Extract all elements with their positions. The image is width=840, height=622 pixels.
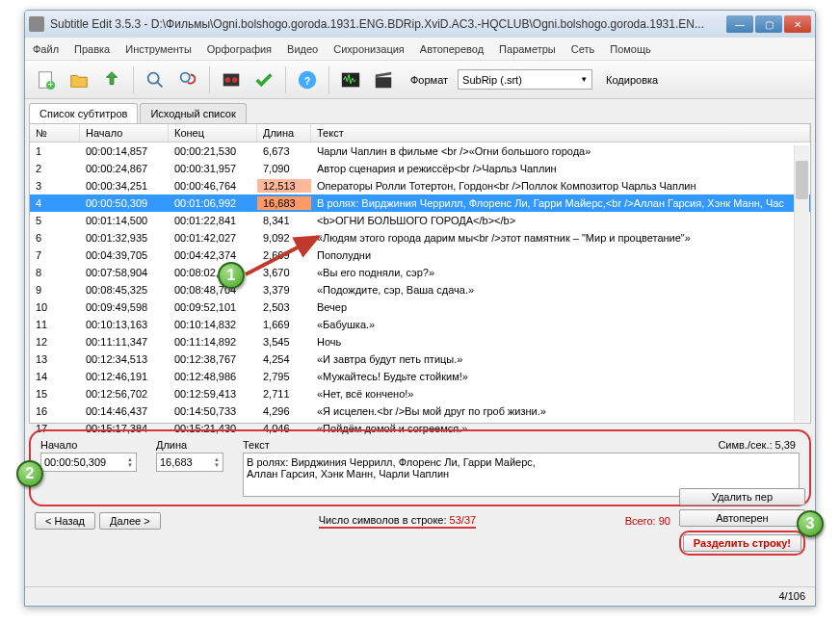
menu-net[interactable]: Сеть xyxy=(571,43,594,55)
table-row[interactable]: 200:00:24,86700:00:31,9577,090Автор сцен… xyxy=(30,160,810,177)
scroll-thumb[interactable] xyxy=(796,161,808,199)
annotation-2: 2 xyxy=(16,460,43,487)
start-input[interactable]: 00:00:50,309▲▼ xyxy=(40,453,137,472)
tab-subtitle-list[interactable]: Список субтитров xyxy=(29,103,138,123)
split-button[interactable]: Разделить строку! xyxy=(683,534,801,552)
open-icon[interactable] xyxy=(66,66,92,93)
svg-rect-11 xyxy=(342,72,359,87)
format-label: Формат xyxy=(410,74,448,86)
col-text[interactable]: Текст xyxy=(311,124,810,142)
table-row[interactable]: 400:00:50,30900:01:06,99216,683В ролях: … xyxy=(30,194,810,212)
waveform-icon[interactable] xyxy=(337,66,364,93)
cps-label: Симв./сек.: 5,39 xyxy=(718,439,796,451)
svg-line-13 xyxy=(246,237,318,274)
split-frame: Разделить строку! xyxy=(679,531,805,556)
annotation-3: 3 xyxy=(797,510,824,537)
subtitle-grid[interactable]: № Начало Конец Длина Текст 100:00:14,857… xyxy=(29,123,811,424)
table-row[interactable]: 300:00:34,25100:00:46,76412,513Операторы… xyxy=(30,177,810,194)
help-icon[interactable]: ? xyxy=(294,66,321,93)
menu-spell[interactable]: Орфография xyxy=(207,43,272,55)
titlebar: Subtitle Edit 3.5.3 - D:\Фильмы\Ogni.bol… xyxy=(25,11,815,38)
new-icon[interactable]: + xyxy=(33,66,60,93)
svg-line-4 xyxy=(157,81,163,87)
menu-tools[interactable]: Инструменты xyxy=(125,43,192,55)
svg-text:?: ? xyxy=(304,75,310,86)
back-button[interactable]: < Назад xyxy=(35,512,95,530)
table-row[interactable]: 1500:12:56,70200:12:59,4132,711«Нет, всё… xyxy=(30,385,810,402)
table-row[interactable]: 900:08:45,32500:08:48,7043,379«Подождите… xyxy=(30,281,810,298)
menu-sync[interactable]: Сихронизация xyxy=(333,43,405,55)
toolbar: + ? Формат SubRip (.srt)▼ Кодировка xyxy=(25,61,815,99)
next-button[interactable]: Далее > xyxy=(99,512,161,530)
dur-label: Длина xyxy=(156,439,223,451)
autobreak-button[interactable]: Автоперен xyxy=(679,509,805,527)
svg-rect-12 xyxy=(376,77,392,88)
char-count: Число символов в строке: 53/37 xyxy=(319,514,476,529)
dur-input[interactable]: 16,683▲▼ xyxy=(156,453,223,472)
col-start[interactable]: Начало xyxy=(80,124,169,142)
grid-header: № Начало Конец Длина Текст xyxy=(30,124,810,143)
check-icon[interactable] xyxy=(250,66,277,93)
table-row[interactable]: 1300:12:34,51300:12:38,7674,254«И завтра… xyxy=(30,350,810,368)
close-button[interactable]: ✕ xyxy=(784,15,811,33)
col-num[interactable]: № xyxy=(30,124,80,142)
minimize-button[interactable]: — xyxy=(726,15,753,33)
maximize-button[interactable]: ▢ xyxy=(755,15,782,33)
table-row[interactable]: 1400:12:46,19100:12:48,9862,795«Мужайтес… xyxy=(30,368,810,385)
start-label: Начало xyxy=(40,439,137,451)
table-row[interactable]: 700:04:39,70500:04:42,3742,669Пополудни xyxy=(30,246,810,264)
statusbar: 4/106 xyxy=(25,586,815,606)
col-dur[interactable]: Длина xyxy=(257,124,311,142)
table-row[interactable]: 100:00:14,85700:00:21,5306,673Чарли Чапл… xyxy=(30,143,810,160)
encoding-label: Кодировка xyxy=(606,74,658,86)
svg-point-8 xyxy=(232,77,238,83)
table-row[interactable]: 800:07:58,90400:08:02,5743,670«Вы его по… xyxy=(30,264,810,281)
save-icon[interactable] xyxy=(98,66,125,93)
app-icon xyxy=(29,16,44,32)
menubar: Файл Правка Инструменты Орфография Видео… xyxy=(25,38,815,61)
table-row[interactable]: 1000:09:49,59800:09:52,1012,503Вечер xyxy=(30,298,810,316)
delete-button[interactable]: Удалить пер xyxy=(679,488,805,505)
clapper-icon[interactable] xyxy=(370,66,397,93)
total-count: Всего: 90 xyxy=(625,515,670,527)
text-label: Текст xyxy=(243,439,800,451)
menu-video[interactable]: Видео xyxy=(287,43,318,55)
video-icon[interactable] xyxy=(218,66,245,93)
svg-point-7 xyxy=(225,77,231,83)
table-row[interactable]: 1200:11:11,34700:11:14,8923,545Ночь xyxy=(30,333,810,350)
menu-file[interactable]: Файл xyxy=(33,43,59,55)
tab-source-list[interactable]: Исходный список xyxy=(140,103,246,123)
svg-point-5 xyxy=(181,72,190,81)
menu-params[interactable]: Параметры xyxy=(499,43,556,55)
tab-strip: Список субтитров Исходный список xyxy=(25,99,815,123)
table-row[interactable]: 1100:10:13,16300:10:14,8321,669«Бабушка.… xyxy=(30,316,810,333)
format-combo[interactable]: SubRip (.srt)▼ xyxy=(458,69,592,90)
table-row[interactable]: 500:01:14,50000:01:22,8418,341<b>ОГНИ БО… xyxy=(30,212,810,229)
annotation-1: 1 xyxy=(218,262,245,289)
scrollbar[interactable] xyxy=(794,145,809,422)
search-icon[interactable] xyxy=(142,66,169,93)
menu-translate[interactable]: Автоперевод xyxy=(420,43,484,55)
table-row[interactable]: 1600:14:46,43700:14:50,7334,296«Я исцеле… xyxy=(30,402,810,420)
svg-text:+: + xyxy=(48,79,54,90)
menu-help[interactable]: Помощь xyxy=(610,43,651,55)
col-end[interactable]: Конец xyxy=(169,124,257,142)
table-row[interactable]: 600:01:32,93500:01:42,0279,092«Людям это… xyxy=(30,229,810,246)
menu-edit[interactable]: Правка xyxy=(74,43,110,55)
window-title: Subtitle Edit 3.5.3 - D:\Фильмы\Ogni.bol… xyxy=(50,17,724,31)
replace-icon[interactable] xyxy=(174,66,201,93)
